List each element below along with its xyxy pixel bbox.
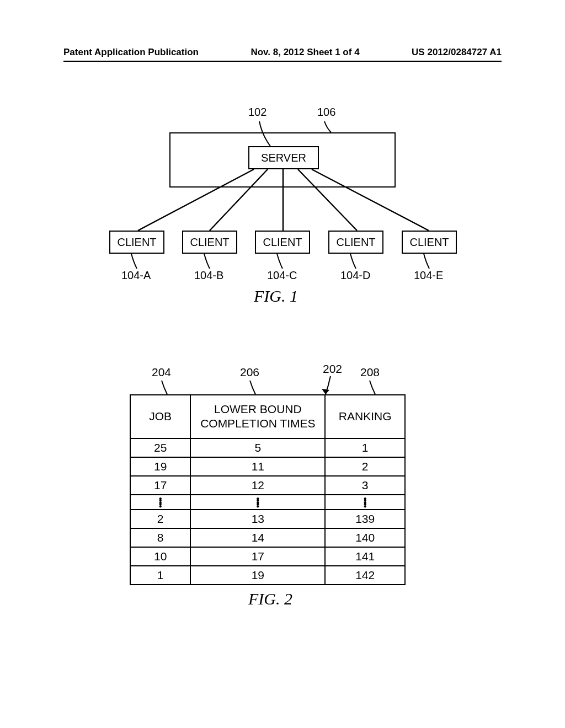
- fig1-caption: FIG. 1: [254, 287, 298, 306]
- header-center: Nov. 8, 2012 Sheet 1 of 4: [250, 47, 359, 58]
- table-row: 17 12 3: [130, 476, 405, 495]
- server-box: SERVER: [248, 146, 319, 169]
- table-row: 19 11 2: [130, 457, 405, 476]
- fig2-caption: FIG. 2: [130, 590, 411, 608]
- vdots-icon: ●●●●●: [325, 495, 405, 510]
- header-left: Patent Application Publication: [63, 47, 199, 58]
- table-row-ellipsis: ●●●●● ●●●●● ●●●●●: [130, 495, 405, 510]
- table-row: 2 13 139: [130, 510, 405, 528]
- vdots-icon: ●●●●●: [130, 495, 190, 510]
- client-box-a: CLIENT: [109, 231, 164, 254]
- ref-104-e: 104-E: [414, 269, 443, 282]
- ref-104-d: 104-D: [340, 269, 370, 282]
- ref-106: 106: [317, 106, 335, 119]
- ref-102: 102: [248, 106, 266, 119]
- ref-104-b: 104-B: [194, 269, 223, 282]
- ref-202: 202: [323, 362, 342, 376]
- table-row: 10 17 141: [130, 547, 405, 566]
- client-box-d: CLIENT: [328, 231, 383, 254]
- ref-206: 206: [240, 366, 259, 379]
- table-row: 8 14 140: [130, 528, 405, 547]
- figure-1: SERVER 102 106 CLIENT CLIENT CLIENT CLIE…: [83, 99, 482, 303]
- ranking-table: JOB LOWER BOUND COMPLETION TIMES RANKING…: [130, 394, 406, 585]
- client-box-c: CLIENT: [255, 231, 310, 254]
- table-row: 25 5 1: [130, 438, 405, 457]
- header-right: US 2012/0284727 A1: [412, 47, 502, 58]
- svg-marker-5: [322, 389, 329, 394]
- client-box-b: CLIENT: [182, 231, 237, 254]
- ref-208: 208: [360, 366, 380, 379]
- client-box-e: CLIENT: [402, 231, 457, 254]
- fig2-leaders: [130, 361, 439, 405]
- figure-2: 204 206 202 208 JOB LOWER BOUND COMPLETI…: [130, 361, 411, 608]
- vdots-icon: ●●●●●: [190, 495, 325, 510]
- ref-104-a: 104-A: [121, 269, 151, 282]
- ref-104-c: 104-C: [267, 269, 297, 282]
- server-label: SERVER: [261, 152, 306, 164]
- ref-204: 204: [152, 366, 171, 379]
- header-rule: [63, 61, 502, 62]
- table-row: 1 19 142: [130, 566, 405, 585]
- page-header: Patent Application Publication Nov. 8, 2…: [0, 47, 565, 58]
